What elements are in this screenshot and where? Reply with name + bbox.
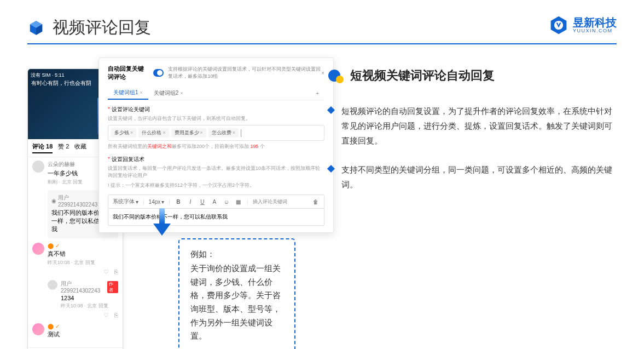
- emoji-icon[interactable]: ☺: [223, 199, 230, 205]
- auto-reply-toggle[interactable]: [153, 69, 164, 77]
- mockup-area: 没有 SIM · 5:11 有时心有阴，行也会有阴 评论 18 赞 2 收藏: [27, 58, 312, 310]
- brand-logo: 昱新科技YUUXIN.COM: [549, 15, 617, 35]
- field-desc: 设置关键词，当评论内容包含了以下关键词，则系统可自动回复。: [108, 115, 324, 122]
- brand-icon: [549, 15, 568, 35]
- panel-desc: 支持根据评论的关键词设置回复话术，可以针对不同类型关键词设置回复话术，最多添加1…: [168, 66, 321, 80]
- font-select[interactable]: 系统字体 ▾: [113, 198, 138, 205]
- section-title: 短视频关键词评论自动回复: [350, 67, 495, 84]
- keyword-pills-input[interactable]: 多少钱× 什么价格× 费用是多少× 怎么收费×: [108, 125, 324, 141]
- divider: [27, 43, 617, 44]
- arrow-indicator: [153, 208, 171, 239]
- dislike-icon[interactable]: ⎘: [114, 268, 118, 276]
- tab-fav[interactable]: 收藏: [74, 142, 86, 153]
- editor-toolbar: 系统字体 ▾ | 14px ▾ | B I U A ☺ ▦ | 插入评论关键词 …: [108, 194, 324, 209]
- keyword-pill[interactable]: 怎么收费×: [208, 128, 239, 138]
- comment-item: ⬤ ✓ 测试: [32, 323, 118, 340]
- field-desc: 设置回复话术，每回复一个用户评论只发送一条话术。最多支持设置10条不同话术，按照…: [108, 165, 324, 179]
- page-title: 视频评论回复: [53, 16, 151, 39]
- comment-item: 用户2299214302243 作者 1234 昨天10:08 · 北京 回复 …: [48, 280, 118, 319]
- comment-item: ⬤ ✓ 真不错 昨天10:08 · 北京 回复 ♡⎘: [32, 243, 118, 276]
- color-icon[interactable]: A: [211, 199, 218, 205]
- comment-author: ⬤ ✓: [48, 323, 118, 329]
- reply-author: ◉: [51, 198, 56, 204]
- field-label-keywords: 设置评论关键词: [108, 106, 324, 113]
- tab-likes[interactable]: 赞 2: [58, 142, 69, 153]
- delete-icon[interactable]: 🗑: [312, 199, 320, 205]
- keyword-group-tab-2[interactable]: 关键词组2×: [148, 87, 189, 100]
- comment-text: 1234: [61, 295, 118, 301]
- keyword-pill[interactable]: 多少钱×: [111, 128, 136, 138]
- bold-icon[interactable]: B: [175, 199, 182, 205]
- keyword-group-tab-1[interactable]: 关键词组1×: [108, 87, 148, 100]
- tab-close-icon[interactable]: ×: [140, 90, 143, 95]
- example-callout: 例如： 关于询价的设置成一组关键词，多少钱、什么价格，费用多少等。关于咨询班型、…: [178, 238, 295, 349]
- avatar: [32, 161, 44, 173]
- text-cursor: [241, 129, 241, 137]
- avatar: [48, 280, 57, 290]
- panel-title: 自动回复关键词评论: [108, 65, 149, 81]
- comment-text: 测试: [48, 330, 118, 339]
- heart-icon[interactable]: ♡: [103, 268, 109, 276]
- keyword-pill[interactable]: 什么价格×: [138, 128, 169, 138]
- add-tab-button[interactable]: +: [310, 87, 324, 100]
- heart-icon[interactable]: ♡: [103, 312, 109, 319]
- close-icon[interactable]: ×: [321, 70, 324, 76]
- example-label: 例如：: [190, 249, 283, 260]
- bullet-text: 短视频评论的自动回复设置，为了提升作者的评论回复效率，在系统中针对常见的评论用户…: [341, 104, 617, 148]
- avatar: [32, 243, 44, 255]
- video-caption: 有时心有阴，行也会有阴: [31, 79, 91, 87]
- italic-icon[interactable]: I: [187, 199, 194, 205]
- field-label-reply: 设置回复话术: [108, 156, 324, 163]
- field-hint: 所有关键词组里的关键词之和最多可添加200个，目前剩余可添加 195 个: [108, 143, 324, 150]
- config-panel: 自动回复关键词评论 支持根据评论的关键词设置回复话术，可以针对不同类型关键词设置…: [98, 58, 334, 233]
- reply-editor[interactable]: 我们不同的版本价格不一样，您可以私信联系我: [108, 209, 324, 226]
- comment-meta: 昨天10:08 · 北京 回复: [61, 302, 118, 310]
- field-tip: ! 提示：一个富文本框最多支持512个字符，一个汉字占用2个字符。: [108, 182, 324, 189]
- comment-text: 真不错: [48, 250, 118, 258]
- bullet-text: 支持不同类型的关键词分组，同一类问题，可设置多个相近的、高频的关键词。: [341, 162, 617, 192]
- avatar: [32, 323, 44, 335]
- brand-sub: YUUXIN.COM: [573, 28, 617, 33]
- keyword-pill[interactable]: 费用是多少×: [171, 128, 206, 138]
- section-icon: [328, 68, 344, 83]
- bullet-item: 短视频评论的自动回复设置，为了提升作者的评论回复效率，在系统中针对常见的评论用户…: [328, 104, 617, 148]
- insert-keyword-link[interactable]: 插入评论关键词: [253, 198, 287, 205]
- tab-close-icon[interactable]: ×: [180, 90, 183, 96]
- image-icon[interactable]: ▦: [235, 199, 242, 205]
- bullet-item: 支持不同类型的关键词分组，同一类问题，可设置多个相近的、高频的关键词。: [328, 162, 617, 192]
- example-body: 关于询价的设置成一组关键词，多少钱、什么价格，费用多少等。关于咨询班型、版本、型…: [190, 262, 283, 343]
- underline-icon[interactable]: U: [199, 199, 206, 205]
- dislike-icon[interactable]: ⎘: [114, 312, 118, 319]
- tab-comments[interactable]: 评论 18: [32, 142, 53, 153]
- cube-icon: [27, 19, 45, 37]
- size-select[interactable]: 14px ▾: [149, 199, 165, 205]
- comment-author: ⬤ ✓: [48, 243, 118, 249]
- author-badge: 作者: [107, 281, 118, 293]
- comment-meta: 昨天10:08 · 北京 回复: [48, 259, 118, 266]
- brand-name: 昱新科技: [573, 17, 617, 28]
